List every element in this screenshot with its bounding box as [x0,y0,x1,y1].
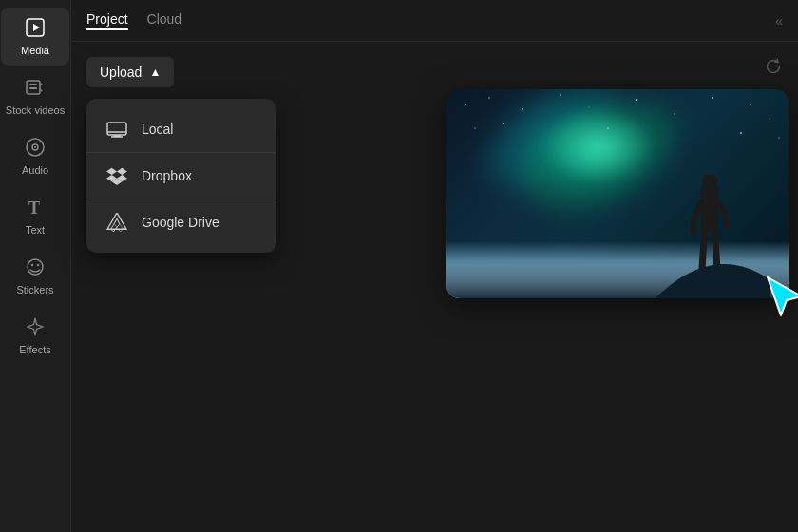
stock-videos-icon [25,77,46,101]
dropdown-item-dropbox[interactable]: Dropbox [86,152,276,199]
preview-container [446,89,788,298]
svg-marker-1 [33,24,40,31]
stickers-icon [25,256,46,280]
tab-bar: Project Cloud « [71,0,798,42]
collapse-button[interactable]: « [775,13,783,28]
sidebar-item-stock-videos-label: Stock videos [6,104,65,116]
sidebar-item-media-label: Media [21,45,49,56]
media-icon [25,17,46,41]
refresh-button[interactable] [764,57,783,81]
google-drive-icon [105,213,128,232]
svg-point-33 [607,127,609,129]
dropdown-item-local-label: Local [142,122,173,137]
svg-rect-39 [704,175,715,180]
sidebar-item-text-label: Text [26,224,45,236]
svg-point-12 [31,264,33,266]
sidebar-item-audio-label: Audio [22,164,48,176]
stars-decoration [446,89,788,215]
upload-dropdown: Local Dropbox [86,99,276,253]
sidebar-item-text[interactable]: T Text [1,187,69,245]
upload-chevron-icon: ▲ [149,66,161,79]
cursor-arrow [760,270,798,317]
tab-project[interactable]: Project [86,11,128,30]
svg-point-21 [465,104,466,105]
svg-point-26 [636,99,637,101]
dropdown-item-dropbox-label: Dropbox [142,168,192,183]
svg-point-31 [474,127,475,128]
audio-icon [25,137,46,161]
sidebar-item-stickers-label: Stickers [16,284,53,295]
sidebar: Media Stock videos Audio T [0,0,71,532]
svg-point-30 [769,118,770,119]
main-panel: Project Cloud « Upload ▲ [71,0,798,532]
svg-text:T: T [28,199,40,218]
svg-point-34 [740,132,742,134]
svg-point-9 [34,146,36,148]
dropdown-item-google-drive-label: Google Drive [142,215,219,230]
text-icon: T [25,197,46,220]
svg-point-29 [750,104,751,105]
dropbox-icon [105,166,128,185]
svg-point-27 [674,113,674,114]
dropdown-item-local[interactable]: Local [86,106,276,152]
rock-silhouette [656,251,770,298]
effects-icon [25,316,46,340]
svg-point-24 [560,94,561,96]
content-area: Upload ▲ Local [71,42,798,532]
svg-point-22 [488,97,490,99]
tab-cloud[interactable]: Cloud [147,11,182,30]
sidebar-item-effects-label: Effects [19,344,50,355]
upload-button[interactable]: Upload ▲ [86,57,174,87]
svg-point-35 [778,137,779,138]
svg-rect-3 [29,84,37,86]
svg-point-23 [522,108,523,110]
dropdown-item-google-drive[interactable]: Google Drive [86,199,276,245]
svg-rect-4 [29,87,37,89]
tabs: Project Cloud [86,11,181,30]
svg-point-25 [588,106,589,107]
svg-point-32 [503,123,504,124]
svg-point-28 [712,97,713,99]
local-icon [105,120,128,139]
sidebar-item-stickers[interactable]: Stickers [1,247,69,305]
sidebar-item-stock-videos[interactable]: Stock videos [1,67,69,125]
svg-point-13 [37,264,39,266]
sidebar-item-effects[interactable]: Effects [1,307,69,365]
svg-rect-14 [107,123,126,135]
sidebar-item-audio[interactable]: Audio [1,127,69,185]
sidebar-item-media[interactable]: Media [1,8,69,66]
preview-image [446,89,788,298]
upload-label: Upload [100,65,142,80]
